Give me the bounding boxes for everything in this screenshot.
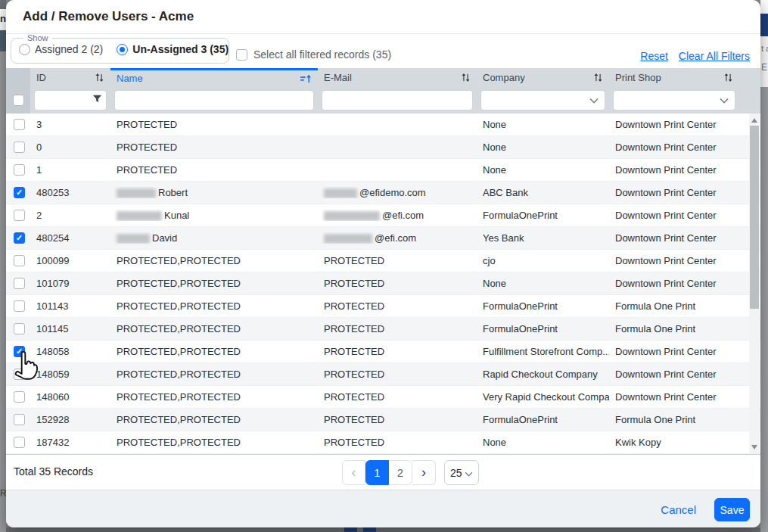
header-name[interactable]: Name [110,68,318,86]
table-row[interactable]: 101079PROTECTED,PROTECTEDPROTECTEDNoneDo… [6,272,760,295]
header-company[interactable]: Company [477,68,609,86]
table-row[interactable]: 3PROTECTEDNoneDowntown Print Center [6,114,760,136]
cell-name: PROTECTED,PROTECTED [110,300,318,312]
sort-asc-icon[interactable] [300,74,312,83]
dialog-header: Add / Remove Users - Acme [6,0,760,34]
background-page-left-sliver: n Re [0,0,6,532]
save-button[interactable]: Save [714,498,750,521]
header-printshop[interactable]: Print Shop [609,68,739,86]
row-checkbox[interactable] [14,119,25,130]
page-size-select[interactable]: 25 [444,460,479,485]
cell-id: 100099 [30,255,110,266]
radio-assigned[interactable]: Assigned 2 (2) [19,43,103,55]
row-checkbox[interactable] [14,391,25,403]
table-row[interactable]: 1PROTECTEDNoneDowntown Print Center [6,159,760,182]
header-id[interactable]: ID [30,68,110,86]
email-filter-input[interactable] [322,90,473,110]
printshop-filter-select[interactable] [613,90,735,110]
cell-company: FormulaOnePrint [477,300,609,312]
row-checkbox[interactable]: ✓ [14,346,25,357]
filter-id-cell [30,86,110,114]
cell-printshop: Downtown Print Center [609,232,739,244]
radio-button-icon[interactable] [19,44,30,55]
cell-id: 187432 [30,437,110,448]
row-select-cell [6,278,30,289]
header-company-label: Company [483,72,590,83]
cell-printshop: Downtown Print Center [609,164,739,176]
table-body: 3PROTECTEDNoneDowntown Print Center0PROT… [6,114,760,454]
table-row[interactable]: 101145PROTECTED,PROTECTEDPROTECTEDFormul… [6,318,760,341]
row-checkbox[interactable] [14,300,25,312]
scrollbar-thumb[interactable] [750,126,759,309]
row-select-cell [6,437,30,448]
row-checkbox[interactable]: ✓ [14,232,25,244]
table-row[interactable]: 101143PROTECTED,PROTECTEDPROTECTEDFormul… [6,295,760,318]
clear-all-filters-link[interactable]: Clear All Filters [679,50,750,62]
sort-icon[interactable] [461,73,471,82]
cell-name: David [110,232,318,244]
row-checkbox[interactable] [14,437,25,448]
vertical-scrollbar[interactable] [749,114,760,454]
cell-email: PROTECTED [318,369,477,380]
cell-email: PROTECTED [318,391,477,403]
table-filter-row [6,86,760,114]
page-button-1[interactable]: 1 [365,460,389,485]
cell-company: Very Rapid Checkout Compa... [477,391,609,403]
table-row[interactable]: 187432PROTECTED,PROTECTEDPROTECTEDNoneKw… [6,431,760,454]
table-row[interactable]: 152928PROTECTED,PROTECTEDPROTECTEDFormul… [6,409,760,431]
cancel-button[interactable]: Cancel [661,503,696,516]
cell-id: 2 [30,210,110,221]
row-checkbox[interactable] [14,414,25,425]
background-fragment [363,527,376,532]
table-row[interactable]: 0PROTECTEDNoneDowntown Print Center [6,136,760,159]
row-select-cell [6,300,30,312]
cell-printshop: Downtown Print Center [609,369,739,380]
cell-id: 148059 [30,369,110,380]
sort-icon[interactable] [593,73,603,82]
funnel-icon[interactable] [92,93,102,107]
radio-unassigned[interactable]: Un-Assigned 3 (35) [117,43,229,55]
sort-icon[interactable] [95,73,104,82]
cell-id: 148058 [30,346,110,357]
scroll-down-icon[interactable] [749,442,760,453]
row-checkbox[interactable] [14,255,25,266]
row-checkbox[interactable] [14,210,25,221]
company-filter-select[interactable] [480,90,605,110]
cell-printshop: Downtown Print Center [609,391,739,403]
page-button-2[interactable]: 2 [389,460,412,485]
chevron-down-icon [720,93,729,107]
dialog-toolbar: Show Assigned 2 (2) Un-Assigned 3 (35) S… [6,34,760,68]
table-row[interactable]: ✓480254David@efi.comYes BankDowntown Pri… [6,227,760,250]
cell-company: Rapid Checkout Company [477,369,609,380]
row-checkbox[interactable] [14,323,25,334]
background-fragment [344,527,357,532]
select-page-checkbox[interactable] [13,95,24,106]
row-checkbox[interactable] [14,142,25,153]
filter-printshop-cell [609,86,739,114]
reset-link[interactable]: Reset [640,50,668,62]
scroll-up-icon[interactable] [749,115,760,126]
background-fragment [0,30,6,51]
redacted-text [324,211,380,221]
row-checkbox[interactable] [14,164,25,176]
table-row[interactable]: ✓148058PROTECTED,PROTECTEDPROTECTEDFulfi… [6,341,760,363]
name-filter-input[interactable] [114,90,314,110]
header-email[interactable]: E-Mail [318,68,477,86]
radio-button-icon[interactable] [117,44,128,55]
table-row[interactable]: 148059PROTECTED,PROTECTEDPROTECTEDRapid … [6,363,760,386]
sort-icon[interactable] [723,73,733,82]
table-row[interactable]: ✓480253Robert@efidemo.comABC BankDowntow… [6,182,760,204]
select-all-filtered[interactable]: Select all filtered records (35) [236,48,391,61]
row-select-cell: ✓ [6,187,30,198]
next-page-button[interactable]: › [412,460,436,485]
row-checkbox[interactable] [14,278,25,289]
row-checkbox[interactable] [14,369,25,380]
row-checkbox[interactable]: ✓ [14,187,25,198]
table-row[interactable]: 100099PROTECTED,PROTECTEDPROTECTEDcjoDow… [6,250,760,272]
row-select-cell: ✓ [6,232,30,244]
chevron-down-icon [589,93,599,107]
prev-page-button[interactable]: ‹ [342,460,365,485]
select-all-checkbox[interactable] [236,49,247,61]
table-row[interactable]: 148060PROTECTED,PROTECTEDPROTECTEDVery R… [6,386,760,409]
table-row[interactable]: 2Kunal@efi.comFormulaOnePrintDowntown Pr… [6,204,760,227]
